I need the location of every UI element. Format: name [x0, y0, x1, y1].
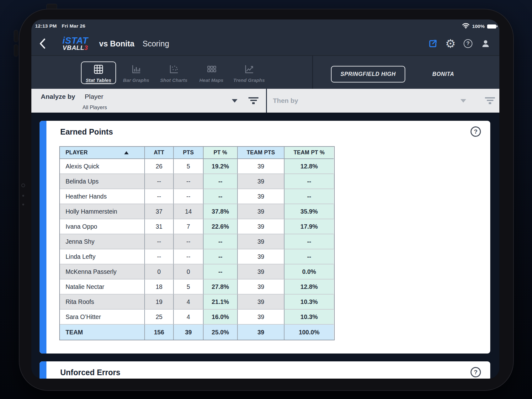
- table-row[interactable]: Heather Hands -- -- -- 39 --: [60, 189, 334, 204]
- chevron-down-icon[interactable]: [460, 99, 466, 103]
- table-row[interactable]: Jenna Shy -- -- -- 39 --: [60, 234, 334, 249]
- player-name-cell: Jenna Shy: [60, 234, 145, 249]
- team-pts-cell: 39: [238, 295, 285, 310]
- player-name-cell: McKenna Passerly: [60, 264, 145, 279]
- team-pts-cell: 39: [238, 310, 285, 325]
- player-name-cell: Natalie Nectar: [60, 279, 145, 295]
- tab-label: Stat Tables: [86, 77, 111, 83]
- app-screen: 12:13 PM Fri Mar 26 100% i: [31, 19, 499, 379]
- att-cell: 19: [145, 295, 174, 310]
- filter-divider: [266, 89, 267, 113]
- table-row[interactable]: Alexis Quick 26 5 19.2% 39 12.8%: [60, 159, 334, 174]
- team-pt-pct-cell: --: [285, 234, 334, 249]
- team-pt-pct-cell: --: [285, 189, 334, 204]
- team-button-bonita[interactable]: BONITA: [420, 66, 467, 82]
- pts-cell: 39: [174, 325, 204, 340]
- back-button[interactable]: [39, 38, 47, 49]
- section-title: Scoring: [143, 39, 169, 48]
- pt-pct-cell: 22.6%: [204, 219, 238, 234]
- tab-heat-maps[interactable]: Heat Maps: [194, 61, 229, 84]
- player-name-cell: Holly Hammerstein: [60, 204, 145, 219]
- tab-shot-charts[interactable]: Shot Charts: [156, 61, 191, 84]
- tabbar-divider: [312, 56, 313, 89]
- settings-gear-icon[interactable]: ⚙: [445, 39, 455, 49]
- battery-icon: [487, 24, 496, 29]
- help-icon[interactable]: ?: [463, 39, 473, 49]
- pt-pct-cell: --: [204, 174, 238, 189]
- tab-label: Bar Graphs: [123, 77, 149, 83]
- table-row[interactable]: Natalie Nectar 18 5 27.8% 39 12.8%: [60, 279, 334, 295]
- pt-pct-cell: --: [204, 264, 238, 279]
- att-cell: 31: [145, 219, 174, 234]
- column-header-team-pt-pct[interactable]: TEAM PT %: [285, 147, 334, 159]
- pts-cell: 5: [174, 159, 204, 174]
- earned-points-card: Earned Points ? PLAYER ATT PTS PT % TEAM…: [40, 121, 490, 354]
- pt-pct-cell: --: [204, 234, 238, 249]
- table-row[interactable]: Linda Lefty -- -- -- 39 --: [60, 249, 334, 264]
- logo-line2: VBALL3: [58, 45, 93, 51]
- table-row[interactable]: Ivana Oppo 31 7 22.6% 39 17.9%: [60, 219, 334, 234]
- table-row[interactable]: McKenna Passerly 0 0 -- 39 0.0%: [60, 264, 334, 279]
- pt-pct-cell: 25.0%: [204, 325, 238, 340]
- then-by-dropdown[interactable]: Then by: [273, 97, 298, 104]
- tab-label: Heat Maps: [200, 77, 224, 83]
- app-header: iSTAT VBALL3 vs Bonita Scoring ⚙ ?: [31, 32, 499, 55]
- player-name-cell: Linda Lefty: [60, 249, 145, 264]
- table-row[interactable]: Belinda Ups -- -- -- 39 --: [60, 174, 334, 189]
- team-pts-cell: 39: [238, 249, 285, 264]
- clock: 12:13 PM: [35, 23, 57, 29]
- team-button-springfield-high[interactable]: SPRINGFIELD HIGH: [331, 66, 405, 82]
- tab-trend-graphs[interactable]: Trend Graphs: [231, 61, 267, 84]
- pts-cell: 7: [174, 219, 204, 234]
- tab-bar-graphs[interactable]: Bar Graphs: [119, 61, 154, 84]
- heat-maps-icon: [205, 63, 218, 77]
- help-icon[interactable]: ?: [471, 126, 481, 137]
- column-header-att[interactable]: ATT: [145, 147, 174, 159]
- analyze-by-dropdown[interactable]: Player: [85, 93, 104, 100]
- column-header-pt-pct[interactable]: PT %: [204, 147, 238, 159]
- team-pt-pct-cell: 12.8%: [285, 159, 334, 174]
- share-export-icon[interactable]: [428, 39, 438, 49]
- att-cell: 0: [145, 264, 174, 279]
- filter-icon-disabled[interactable]: [485, 97, 495, 104]
- team-pt-pct-cell: 100.0%: [285, 325, 334, 340]
- help-icon[interactable]: ?: [471, 367, 481, 377]
- pt-pct-cell: 16.0%: [204, 310, 238, 325]
- match-title: vs Bonita: [99, 39, 135, 48]
- analyze-by-detail: All Players: [82, 104, 107, 110]
- column-header-pts[interactable]: PTS: [174, 147, 204, 159]
- player-name-cell: Sara O’Hitter: [60, 310, 145, 325]
- account-person-icon[interactable]: [481, 39, 491, 49]
- table-row[interactable]: Rita Roofs 19 4 21.1% 39 10.3%: [60, 295, 334, 310]
- pt-pct-cell: 21.1%: [204, 295, 238, 310]
- column-header-team-pts[interactable]: TEAM PTS: [238, 147, 285, 159]
- pts-cell: 4: [174, 295, 204, 310]
- view-tab-bar: Stat Tables Bar Graphs: [31, 55, 499, 89]
- app-logo: iSTAT VBALL3: [58, 36, 93, 51]
- table-row[interactable]: Sara O’Hitter 25 4 16.0% 39 10.3%: [60, 310, 334, 325]
- shot-charts-icon: [168, 63, 180, 77]
- view-tabs: Stat Tables Bar Graphs: [81, 61, 267, 84]
- team-pts-cell: 39: [238, 219, 285, 234]
- content-area: Earned Points ? PLAYER ATT PTS PT % TEAM…: [31, 113, 499, 379]
- team-pts-cell: 39: [238, 279, 285, 295]
- pts-cell: 4: [174, 310, 204, 325]
- team-pt-pct-cell: --: [285, 174, 334, 189]
- filter-icon[interactable]: [248, 97, 258, 104]
- team-pt-pct-cell: --: [285, 249, 334, 264]
- player-name-cell: TEAM: [60, 325, 145, 340]
- front-camera: [21, 184, 25, 187]
- card-title: Unforced Errors: [60, 368, 120, 377]
- team-pt-pct-cell: 17.9%: [285, 219, 334, 234]
- table-row[interactable]: TEAM 156 39 25.0% 39 100.0%: [60, 325, 334, 340]
- logo-line1: iSTAT: [58, 36, 93, 45]
- pt-pct-cell: 27.8%: [204, 279, 238, 295]
- column-header-player[interactable]: PLAYER: [60, 147, 145, 159]
- bar-graphs-icon: [130, 63, 142, 77]
- table-row[interactable]: Holly Hammerstein 37 14 37.8% 39 35.9%: [60, 204, 334, 219]
- battery-percent: 100%: [472, 24, 485, 29]
- chevron-down-icon[interactable]: [232, 99, 237, 103]
- trend-graphs-icon: [243, 63, 255, 77]
- att-cell: 18: [145, 279, 174, 295]
- tab-stat-tables[interactable]: Stat Tables: [81, 61, 116, 84]
